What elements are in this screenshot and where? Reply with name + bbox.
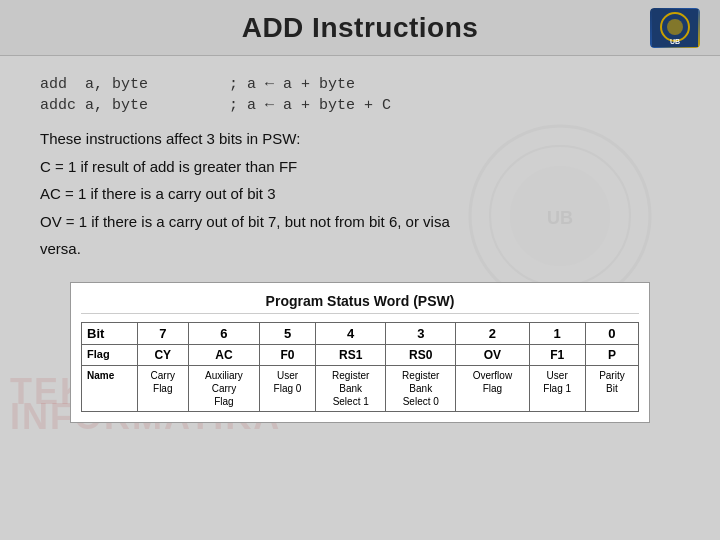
flag-cy: CY bbox=[137, 344, 188, 365]
bit-0: 0 bbox=[585, 322, 638, 344]
code-line-1: add a, byte ; a ← a + byte bbox=[40, 76, 680, 93]
flag-ov: OV bbox=[456, 344, 529, 365]
flag-f1: F1 bbox=[529, 344, 585, 365]
desc-line-4: OV = 1 if there is a carry out of bit 7,… bbox=[40, 209, 680, 235]
flag-p: P bbox=[585, 344, 638, 365]
code-line-2: addc a, byte ; a ← a + byte + C bbox=[40, 97, 680, 114]
name-ov: OverflowFlag bbox=[456, 365, 529, 411]
flag-f0: F0 bbox=[259, 344, 315, 365]
name-label: Name bbox=[82, 365, 138, 411]
addc-operand: a, byte bbox=[85, 97, 229, 114]
page-title: ADD Instructions bbox=[242, 12, 479, 44]
logo: UB bbox=[650, 8, 700, 48]
bit-label: Bit bbox=[82, 322, 138, 344]
bit-3: 3 bbox=[386, 322, 456, 344]
name-ac: AuxiliaryCarryFlag bbox=[189, 365, 260, 411]
bit-5: 5 bbox=[259, 322, 315, 344]
name-rs1: RegisterBankSelect 1 bbox=[316, 365, 386, 411]
psw-table: Bit 7 6 5 4 3 2 1 0 Flag CY AC F0 bbox=[81, 322, 639, 412]
bit-2: 2 bbox=[456, 322, 529, 344]
psw-table-title: Program Status Word (PSW) bbox=[81, 293, 639, 314]
bit-7: 7 bbox=[137, 322, 188, 344]
page-container: ADD Instructions UB UB bbox=[0, 0, 720, 540]
bit-1: 1 bbox=[529, 322, 585, 344]
header: ADD Instructions UB bbox=[0, 0, 720, 56]
desc-line-3: AC = 1 if there is a carry out of bit 3 bbox=[40, 181, 680, 207]
main-content: UB add a, byte ; a ← a + byte addc a, by… bbox=[0, 56, 720, 443]
name-cy: CarryFlag bbox=[137, 365, 188, 411]
flag-rs0: RS0 bbox=[386, 344, 456, 365]
bit-4: 4 bbox=[316, 322, 386, 344]
psw-table-container: Program Status Word (PSW) Bit 7 6 5 4 3 … bbox=[70, 282, 650, 423]
svg-text:UB: UB bbox=[670, 38, 680, 45]
add-comment: ; a ← a + byte bbox=[229, 76, 355, 93]
logo-inner: UB bbox=[650, 8, 700, 48]
flag-row: Flag CY AC F0 RS1 RS0 OV F1 P bbox=[82, 344, 639, 365]
flag-rs1: RS1 bbox=[316, 344, 386, 365]
name-f0: UserFlag 0 bbox=[259, 365, 315, 411]
name-rs0: RegisterBankSelect 0 bbox=[386, 365, 456, 411]
flag-ac: AC bbox=[189, 344, 260, 365]
description-block: These instructions affect 3 bits in PSW:… bbox=[40, 126, 680, 262]
add-operand: a, byte bbox=[85, 76, 229, 93]
bit-6: 6 bbox=[189, 322, 260, 344]
addc-comment: ; a ← a + byte + C bbox=[229, 97, 391, 114]
bit-row: Bit 7 6 5 4 3 2 1 0 bbox=[82, 322, 639, 344]
code-block: add a, byte ; a ← a + byte addc a, byte … bbox=[40, 76, 680, 114]
name-f1: UserFlag 1 bbox=[529, 365, 585, 411]
name-row: Name CarryFlag AuxiliaryCarryFlag UserFl… bbox=[82, 365, 639, 411]
desc-line-2: C = 1 if result of add is greater than F… bbox=[40, 154, 680, 180]
flag-label: Flag bbox=[82, 344, 138, 365]
addc-keyword: addc bbox=[40, 97, 85, 114]
add-keyword: add bbox=[40, 76, 85, 93]
desc-line-1: These instructions affect 3 bits in PSW: bbox=[40, 126, 680, 152]
svg-point-2 bbox=[667, 19, 683, 35]
desc-line-5: versa. bbox=[40, 236, 680, 262]
name-p: ParityBit bbox=[585, 365, 638, 411]
